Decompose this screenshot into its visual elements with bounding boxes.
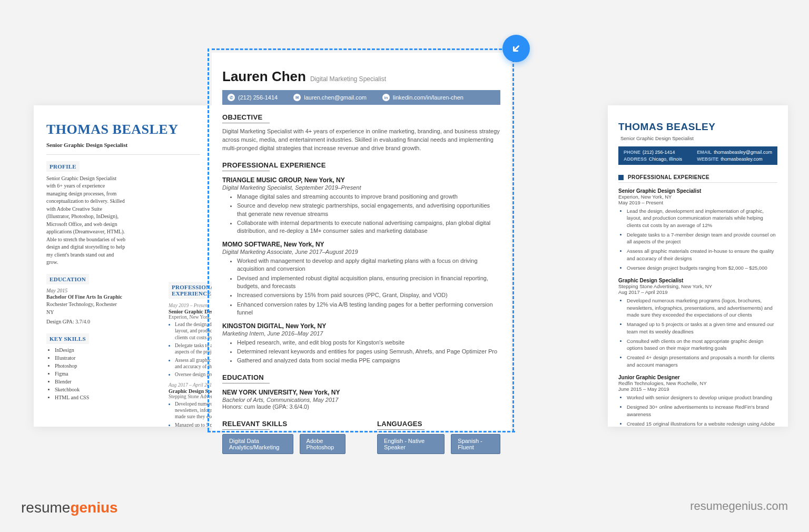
- highlight-border: [212, 48, 516, 50]
- job-title: Senior Graphic Design Specialist: [169, 309, 213, 314]
- job-date: May 2019 – Present: [169, 303, 213, 308]
- job-head: TRIANGLE MUSIC GROUP, New York, NY: [222, 176, 500, 184]
- bullet: Oversee design project budgets ranging f…: [627, 264, 777, 271]
- job-block: Aug 2017 – April 2019 Graphic Design Spe…: [169, 382, 213, 427]
- job-sub: Digital Marketing Associate, June 2017–A…: [222, 249, 500, 255]
- experience-heading: PROFESSIONAL EXPERIENCE: [169, 282, 213, 299]
- job-title: Junior Graphic Designer: [618, 375, 777, 380]
- job-head: MOMO SOFTWARE, New York, NY: [222, 241, 500, 248]
- job-block: May 2019 – Present Senior Graphic Design…: [169, 303, 213, 378]
- skill-item: HTML and CSS: [55, 395, 125, 400]
- divider: [618, 182, 777, 183]
- divider: [222, 429, 270, 430]
- right-contact-bar: PHONE(212) 256-1414 EMAILthomasbeasley@g…: [618, 146, 777, 165]
- bullet: Delegate tasks to a 7-member design team…: [627, 231, 777, 245]
- job-sub: Marketing Intern, June 2016–May 2017: [222, 330, 500, 337]
- bullet: Lead the design, development and impleme…: [627, 208, 777, 229]
- skills-heading: RELEVANT SKILLS: [222, 420, 346, 428]
- skill-item: Photoshop: [55, 363, 125, 369]
- skill-item: Blender: [55, 379, 125, 385]
- bullet: Delegate tasks to a 7-member de all aspe…: [175, 343, 213, 354]
- job-date: May 2019 – Present: [618, 200, 777, 205]
- contact-bar: ✆(212) 256-1414 ✉lauren.chen@gmail.com i…: [222, 90, 500, 105]
- bullet: Oversee design project budgets r: [175, 372, 213, 377]
- objective-text: Digital Marketing Specialist with 4+ yea…: [222, 127, 500, 153]
- bullet: Created 4+ design presentations and prop…: [627, 354, 777, 368]
- edu-date: May 2015: [46, 288, 125, 293]
- resume-left: THOMAS BEASLEY Senior Graphic Design Spe…: [34, 105, 213, 427]
- linkedin-text: linkedin.com/in/lauren-chen: [393, 94, 463, 101]
- bullet: Developed numerous marketing programs (l…: [627, 297, 777, 318]
- education-heading: EDUCATION: [46, 274, 89, 284]
- right-job: Senior Graphic Design Specialist: [620, 135, 694, 141]
- bullet: Consulted with clients on the most appro…: [627, 338, 777, 352]
- divider: [222, 171, 270, 171]
- bullet: Created 15 original illustrations for a …: [627, 420, 777, 427]
- job-company: Experion, New York, NY: [618, 194, 777, 200]
- job-company: Stepping Stone Advertising, New Yo: [169, 394, 213, 399]
- skills-list: InDesign Illustrator Photoshop Figma Ble…: [46, 347, 125, 400]
- right-name: THOMAS BEASLEY: [618, 121, 715, 133]
- left-subtitle: Senior Graphic Design Specialist: [46, 142, 200, 148]
- brand-url: resumegenius.com: [690, 499, 788, 513]
- phone-item: PHONE(212) 256-1414: [624, 150, 692, 155]
- edu-honors: Honors: cum laude (GPA: 3.6/4.0): [222, 403, 500, 411]
- bullet: Lead the design, development an layout, …: [175, 322, 213, 340]
- linkedin-icon: in: [382, 94, 390, 101]
- skill-item: Figma: [55, 371, 125, 377]
- edu-school: NEW YORK UNIVERSITY, New York, NY: [222, 389, 500, 396]
- edu-degree: Bachelor Of Fine Arts In Graphic: [46, 293, 125, 301]
- bullet: Worked with management to develop and ap…: [237, 257, 500, 273]
- job-company: Redfin Technologies, New Rochelle, NY: [618, 380, 777, 386]
- email-text: lauren.chen@gmail.com: [304, 94, 367, 101]
- bullet: Assess all graphic materials crea and ac…: [175, 358, 213, 369]
- divider: [377, 429, 425, 430]
- job-title: Graphic Design Specialist: [618, 278, 777, 283]
- objective-heading: OBJECTIVE: [222, 113, 500, 121]
- skill-item: Sketchbook: [55, 387, 125, 392]
- highlight-border: [512, 59, 514, 432]
- bullet: Increased conversions by 15% from paid s…: [237, 291, 500, 299]
- job-title: Senior Graphic Design Specialist: [618, 188, 777, 194]
- bullet: Gathered and analyzed data from social m…: [237, 357, 500, 364]
- bullet: Enhanced conversion rates by 12% via A/B…: [237, 301, 500, 317]
- brand-logo: resumegenius: [21, 499, 118, 516]
- bullet: Determined relevant keywords and entitie…: [237, 348, 500, 356]
- linkedin-item: inlinkedin.com/in/lauren-chen: [382, 94, 463, 101]
- lang-pill: Spanish - Fluent: [451, 434, 500, 454]
- edu-degree: Bachelor of Arts, Communications, May 20…: [222, 397, 500, 403]
- bullet: Worked with senior designers to develop …: [627, 394, 777, 401]
- education-heading: EDUCATION: [222, 373, 500, 381]
- experience-heading: PROFESSIONAL EXPERIENCE: [628, 174, 709, 180]
- edu-school: Rochester Technology, Rochester NY: [46, 301, 125, 316]
- profile-heading: PROFILE: [46, 161, 80, 172]
- center-name: Lauren Chen: [222, 68, 306, 85]
- divider: [46, 154, 200, 155]
- website-item: WEBSITEthomasbeasley.com: [697, 156, 772, 162]
- job-title: Graphic Design Specialist: [169, 388, 213, 394]
- languages-heading: LANGUAGES: [377, 420, 500, 428]
- bullet: Devised and implemented robust digital a…: [237, 274, 500, 291]
- mail-icon: ✉: [293, 94, 301, 101]
- profile-text: Senior Graphic Design Specialist with 6+…: [46, 175, 125, 267]
- left-name: THOMAS BEASLEY: [46, 122, 200, 137]
- bullet: Collaborate with internal departments to…: [237, 219, 500, 235]
- bullet: Helped research, write, and edit blog po…: [237, 339, 500, 347]
- expand-arrow-button[interactable]: [502, 35, 530, 62]
- phone-text: (212) 256-1414: [238, 94, 278, 101]
- job-company: Experion, New York, NY: [169, 314, 213, 320]
- bullet: Source and develop new strategic partner…: [237, 202, 500, 218]
- divider: [222, 383, 270, 383]
- address-item: ADDRESSChicago, Illinois: [624, 156, 692, 162]
- center-job: Digital Marketing Specialist: [310, 75, 386, 83]
- edu-gpa: Design GPA: 3.7/4.0: [46, 318, 125, 326]
- bullet: Assess all graphic materials created in-…: [627, 248, 777, 262]
- bullet: Managed up to 5 projects or task team me…: [175, 422, 213, 427]
- job-date: Aug 2017 – April 2019: [618, 289, 777, 295]
- resume-right: THOMAS BEASLEY Senior Graphic Design Spe…: [608, 105, 788, 427]
- email-item: EMAILthomasbeasley@gmail.com: [697, 150, 772, 155]
- experience-heading: PROFESSIONAL EXPERIENCE: [222, 161, 500, 169]
- skill-pill: Digital Data Analytics/Marketing: [222, 434, 293, 454]
- job-sub: Digital Marketing Specialist, September …: [222, 184, 500, 191]
- arrow-down-left-icon: [510, 43, 522, 54]
